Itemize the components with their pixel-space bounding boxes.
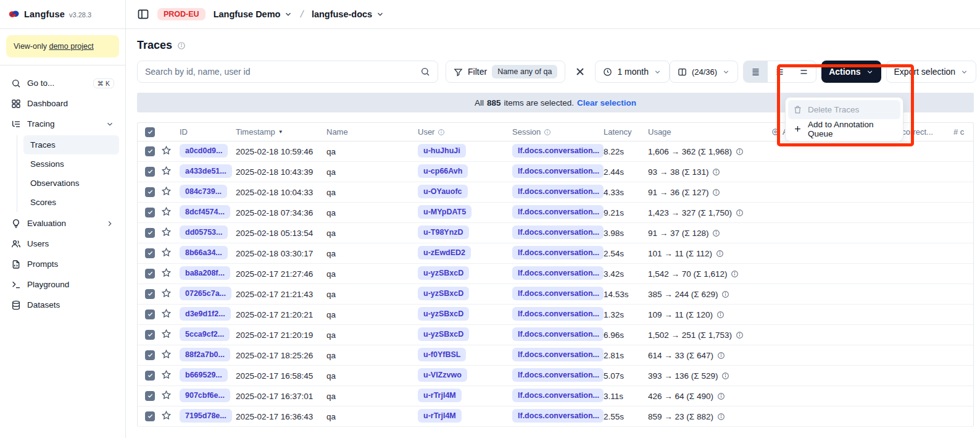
user-badge[interactable]: u-cp66Avh [418,164,468,178]
search-icon[interactable] [420,67,430,77]
row-checkbox[interactable] [145,350,155,360]
header-user[interactable]: User [418,127,512,137]
session-badge[interactable]: lf.docs.conversation... [512,246,604,259]
table-row[interactable]: 5cca9cf2... 2025-02-17 21:20:19 qa u-yzS… [138,325,973,345]
org-selector[interactable]: Langfuse Demo [214,9,293,19]
trace-id-badge[interactable]: a0cd0d9... [180,144,228,158]
trace-id-badge[interactable]: ba8a208f... [180,266,230,280]
header-latency[interactable]: Latency [604,127,648,137]
session-badge[interactable]: lf.docs.conversation... [512,287,604,300]
sidebar-toggle-icon[interactable] [137,8,149,20]
table-row[interactable]: 084c739... 2025-02-18 10:04:33 qa u-OYau… [138,182,973,203]
info-icon[interactable] [438,128,445,136]
trace-id-badge[interactable]: 8b66a34... [180,246,228,259]
filter-button[interactable]: Filter Name any of qa [446,61,565,83]
header-name[interactable]: Name [326,127,418,137]
sidebar-item-tracing[interactable]: Tracing [6,114,119,134]
user-badge[interactable]: u-rTrjl4M [418,409,462,423]
star-icon[interactable] [161,410,172,421]
table-row[interactable]: 7195d78e... 2025-02-17 16:36:43 qa u-rTr… [138,406,973,427]
row-checkbox[interactable] [145,411,155,421]
trace-id-badge[interactable]: 8dcf4574... [180,205,230,219]
user-badge[interactable]: u-huJhuJi [418,144,466,158]
user-badge[interactable]: u-rTrjl4M [418,389,462,402]
row-checkbox[interactable] [145,167,155,177]
session-badge[interactable]: lf.docs.conversation... [512,348,604,361]
info-icon[interactable] [716,311,725,319]
session-badge[interactable]: lf.docs.conversation... [512,327,604,341]
star-icon[interactable] [161,166,172,176]
info-icon[interactable] [736,209,744,217]
header-usage[interactable]: Usage [648,127,771,137]
column-visibility-button[interactable]: (24/36) [670,61,738,83]
trace-id-badge[interactable]: b669529... [180,368,228,382]
star-icon[interactable] [161,308,172,319]
session-badge[interactable]: lf.docs.conversation... [512,409,604,423]
info-icon[interactable] [544,128,551,136]
star-icon[interactable] [161,206,172,217]
user-badge[interactable]: u-OYauofc [418,185,468,198]
export-selection-button[interactable]: Export selection [886,61,977,83]
row-height-large-button[interactable] [792,61,816,82]
info-icon[interactable] [712,188,720,196]
time-range-button[interactable]: 1 month [595,61,670,83]
star-icon[interactable] [161,390,172,400]
star-icon[interactable] [161,267,172,278]
star-icon[interactable] [161,288,172,298]
search-input[interactable] [145,67,415,77]
session-badge[interactable]: lf.docs.conversation... [512,307,604,321]
session-badge[interactable]: lf.docs.conversation... [512,164,604,178]
info-icon[interactable] [721,290,729,298]
user-badge[interactable]: u-T98YnzD [418,225,469,239]
actions-button[interactable]: Actions [821,61,881,83]
row-checkbox[interactable] [145,228,155,238]
trace-id-badge[interactable]: 88f2a7b0... [180,348,230,361]
row-checkbox[interactable] [145,310,155,319]
star-icon[interactable] [161,369,172,380]
sidebar-item-playground[interactable]: Playground [6,274,119,295]
row-height-medium-button[interactable] [768,61,792,82]
info-icon[interactable] [712,229,720,237]
table-row[interactable]: b669529... 2025-02-17 16:58:45 qa u-VIZz… [138,366,973,386]
star-icon[interactable] [161,329,172,339]
user-badge[interactable]: u-zEwdED2 [418,246,471,259]
user-badge[interactable]: u-MYpDAT5 [418,205,471,219]
table-row[interactable]: 8b66a34... 2025-02-18 03:30:17 qa u-zEwd… [138,243,973,264]
table-row[interactable]: ba8a208f... 2025-02-17 21:27:46 qa u-yzS… [138,264,973,284]
trace-id-badge[interactable]: 907cbf6e... [180,389,230,402]
user-badge[interactable]: u-yzSBxcD [418,287,469,300]
trace-id-badge[interactable]: 5cca9cf2... [180,327,230,341]
info-icon[interactable] [731,270,739,278]
info-icon[interactable] [717,413,725,421]
user-badge[interactable]: u-VIZzvwo [418,368,467,382]
select-all-checkbox[interactable] [145,127,155,137]
row-checkbox[interactable] [145,269,155,279]
sidebar-item-sessions[interactable]: Sessions [23,154,119,174]
table-row[interactable]: 8dcf4574... 2025-02-18 07:34:36 qa u-MYp… [138,203,973,223]
row-checkbox[interactable] [145,289,155,299]
session-badge[interactable]: lf.docs.conversation... [512,368,604,382]
menu-item-delete-traces[interactable]: Delete Traces [788,100,900,119]
info-icon[interactable] [712,168,720,176]
trace-id-badge[interactable]: 084c739... [180,185,227,198]
info-icon[interactable] [736,148,744,156]
trace-id-badge[interactable]: d3e9d1f2... [180,307,231,321]
sidebar-item-prompts[interactable]: Prompts [6,254,119,274]
table-row[interactable]: dd05753... 2025-02-18 05:13:54 qa u-T98Y… [138,223,973,243]
table-row[interactable]: a433de51... 2025-02-18 10:43:39 qa u-cp6… [138,162,973,182]
session-badge[interactable]: lf.docs.conversation... [512,225,604,239]
trace-id-badge[interactable]: dd05753... [180,225,228,239]
info-icon[interactable] [736,331,744,339]
user-badge[interactable]: u-yzSBxcD [418,266,469,280]
info-icon[interactable] [721,372,729,380]
table-row[interactable]: 88f2a7b0... 2025-02-17 18:25:26 qa u-f0Y… [138,345,973,366]
project-selector[interactable]: langfuse-docs [312,9,384,19]
row-checkbox[interactable] [145,248,155,258]
star-icon[interactable] [161,186,172,196]
star-icon[interactable] [161,227,172,237]
header-session[interactable]: Session [512,127,604,137]
star-icon[interactable] [161,145,172,156]
table-row[interactable]: d3e9d1f2... 2025-02-17 21:20:21 qa u-yzS… [138,305,973,325]
user-badge[interactable]: u-yzSBxcD [418,327,469,341]
session-badge[interactable]: lf.docs.conversation... [512,266,604,280]
